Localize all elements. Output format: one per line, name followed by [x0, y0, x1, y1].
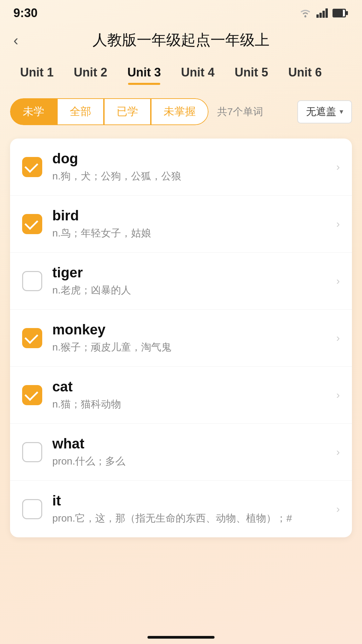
chevron-right-icon: › [336, 332, 340, 344]
header: ‹ 人教版一年级起点一年级上 [0, 23, 362, 60]
word-item-it[interactable]: it pron.它，这，那（指无生命的东西、动物、植物）；# › [10, 481, 352, 537]
word-chinese-cat: n.猫；猫科动物 [52, 397, 336, 411]
status-time: 9:30 [13, 6, 38, 20]
chevron-right-icon: › [336, 503, 340, 515]
word-chinese-what: pron.什么；多么 [52, 454, 336, 468]
checkbox-dog[interactable] [22, 157, 42, 177]
word-item-dog[interactable]: dog n.狗，犬；公狗，公狐，公狼 › [10, 139, 352, 196]
word-chinese-tiger: n.老虎；凶暴的人 [52, 283, 336, 297]
word-english-tiger: tiger [52, 265, 336, 281]
svg-rect-1 [316, 14, 319, 18]
checkbox-bird[interactable] [22, 214, 42, 234]
svg-rect-3 [322, 11, 325, 18]
tab-unit2[interactable]: Unit 2 [64, 60, 117, 85]
header-title: 人教版一年级起点一年级上 [93, 30, 269, 50]
checkbox-tiger[interactable] [22, 271, 42, 291]
word-english-cat: cat [52, 379, 336, 395]
word-info-bird: bird n.鸟；年轻女子，姑娘 [52, 208, 336, 240]
word-english-what: what [52, 436, 336, 452]
word-info-tiger: tiger n.老虎；凶暴的人 [52, 265, 336, 297]
filter-pills: 未学 全部 已学 未掌握 [10, 98, 208, 125]
wifi-icon [299, 8, 312, 18]
tab-unit3[interactable]: Unit 3 [117, 60, 171, 85]
chevron-right-icon: › [336, 446, 340, 458]
battery-icon [333, 9, 349, 17]
status-icons [299, 8, 349, 18]
word-chinese-it: pron.它，这，那（指无生命的东西、动物、植物）；# [52, 512, 336, 525]
filter-all[interactable]: 全部 [57, 98, 104, 125]
svg-point-0 [304, 15, 306, 17]
filter-unmastered[interactable]: 未掌握 [151, 98, 208, 125]
word-english-bird: bird [52, 208, 336, 224]
word-english-dog: dog [52, 151, 336, 167]
tab-unit4[interactable]: Unit 4 [171, 60, 225, 85]
word-list: dog n.狗，犬；公狗，公狐，公狼 › bird n.鸟；年轻女子，姑娘 › … [10, 139, 352, 537]
home-indicator [147, 636, 215, 639]
word-count: 共7个单词 [217, 105, 263, 119]
filter-learned[interactable]: 已学 [104, 98, 151, 125]
back-button[interactable]: ‹ [13, 33, 18, 48]
word-item-bird[interactable]: bird n.鸟；年轻女子，姑娘 › [10, 196, 352, 253]
checkbox-what[interactable] [22, 442, 42, 462]
chevron-right-icon: › [336, 218, 340, 230]
tab-unit6[interactable]: Unit 6 [278, 60, 332, 85]
chevron-right-icon: › [336, 389, 340, 401]
word-chinese-monkey: n.猴子；顽皮儿童，淘气鬼 [52, 340, 336, 354]
checkbox-it[interactable] [22, 499, 42, 519]
word-info-it: it pron.它，这，那（指无生命的东西、动物、植物）；# [52, 493, 336, 525]
chevron-down-icon: ▾ [340, 107, 343, 116]
word-item-monkey[interactable]: monkey n.猴子；顽皮儿童，淘气鬼 › [10, 310, 352, 367]
word-info-monkey: monkey n.猴子；顽皮儿童，淘气鬼 [52, 322, 336, 354]
word-item-what[interactable]: what pron.什么；多么 › [10, 424, 352, 481]
word-chinese-bird: n.鸟；年轻女子，姑娘 [52, 226, 336, 240]
word-item-cat[interactable]: cat n.猫；猫科动物 › [10, 367, 352, 424]
tab-unit1[interactable]: Unit 1 [10, 60, 64, 85]
checkbox-cat[interactable] [22, 385, 42, 405]
svg-rect-2 [319, 13, 322, 18]
status-bar: 9:30 [0, 0, 362, 23]
word-chinese-dog: n.狗，犬；公狗，公狐，公狼 [52, 169, 336, 183]
signal-icon [316, 8, 328, 18]
svg-rect-4 [325, 8, 328, 18]
cover-select-label: 无遮盖 [306, 105, 336, 119]
word-item-tiger[interactable]: tiger n.老虎；凶暴的人 › [10, 253, 352, 310]
svg-rect-8 [334, 10, 343, 16]
svg-rect-6 [346, 11, 348, 15]
chevron-right-icon: › [336, 275, 340, 287]
word-info-dog: dog n.狗，犬；公狗，公狐，公狼 [52, 151, 336, 183]
tab-unit5[interactable]: Unit 5 [225, 60, 278, 85]
word-english-it: it [52, 493, 336, 509]
checkbox-monkey[interactable] [22, 328, 42, 348]
filter-unlearned[interactable]: 未学 [10, 98, 57, 125]
word-info-cat: cat n.猫；猫科动物 [52, 379, 336, 411]
chevron-right-icon: › [336, 161, 340, 173]
word-english-monkey: monkey [52, 322, 336, 338]
word-info-what: what pron.什么；多么 [52, 436, 336, 468]
filter-row: 未学 全部 已学 未掌握 共7个单词 无遮盖 ▾ [0, 92, 362, 132]
unit-tabs: Unit 1 Unit 2 Unit 3 Unit 4 Unit 5 Unit … [0, 60, 362, 85]
cover-select[interactable]: 无遮盖 ▾ [297, 100, 352, 123]
